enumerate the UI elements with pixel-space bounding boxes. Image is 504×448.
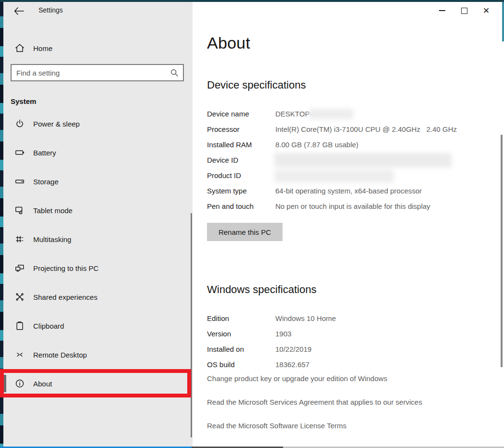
spec-label: Installed RAM	[207, 141, 252, 149]
spec-label: Product ID	[207, 171, 241, 179]
info-icon	[14, 378, 25, 389]
sidebar-item-clipboard[interactable]: Clipboard	[3, 315, 193, 336]
battery-icon	[14, 147, 25, 158]
window-top-border	[0, 0, 504, 2]
rename-pc-button[interactable]: Rename this PC	[207, 223, 283, 241]
search-icon[interactable]	[170, 68, 179, 77]
spec-label: Version	[207, 330, 231, 338]
redacted-device-name	[309, 109, 353, 119]
window-title: Settings	[39, 6, 63, 14]
sidebar-item-power-sleep[interactable]: Power & sleep	[3, 113, 193, 134]
storage-icon	[14, 176, 25, 187]
sidebar-item-label: Battery	[33, 149, 56, 157]
spec-row-processor: Processor Intel(R) Core(TM) i3-7100U CPU…	[207, 125, 496, 137]
sidebar-item-label: Shared experiences	[33, 293, 97, 301]
spec-label: System type	[207, 187, 247, 195]
shared-experiences-icon	[14, 292, 25, 302]
windows-specs-heading: Windows specifications	[207, 283, 316, 296]
spec-label: Device name	[207, 110, 249, 118]
search-box	[11, 64, 184, 81]
main-content: About Device specifications Device name …	[193, 2, 504, 447]
spec-label: Installed on	[207, 345, 244, 353]
sidebar-item-label: Projecting to this PC	[33, 264, 99, 272]
back-arrow-icon	[12, 5, 26, 17]
sidebar-item-label: Tablet mode	[33, 206, 73, 215]
spec-row-pen-touch: Pen and touch No pen or touch input is a…	[207, 202, 496, 214]
sidebar-item-label: About	[33, 380, 52, 388]
link-change-product-key[interactable]: Change product key or upgrade your editi…	[207, 374, 496, 383]
remote-desktop-icon	[14, 349, 25, 360]
spec-value: Windows 10 Home	[275, 314, 336, 322]
spec-value: 8.00 GB (7.87 GB usable)	[275, 141, 359, 149]
spec-value: 18362.657	[275, 360, 310, 369]
sidebar-item-about[interactable]: About	[3, 373, 193, 394]
spec-label: OS build	[207, 360, 235, 369]
spec-row-installed-ram: Installed RAM 8.00 GB (7.87 GB usable)	[207, 141, 496, 152]
power-icon	[14, 118, 25, 129]
sidebar-item-label: Clipboard	[33, 322, 64, 330]
spec-label: Device ID	[207, 156, 238, 164]
tablet-mode-icon	[14, 205, 25, 216]
sidebar-item-shared-experiences[interactable]: Shared experiences	[3, 286, 193, 307]
spec-row-os-build: OS build 18362.657	[207, 360, 496, 372]
projecting-icon	[14, 263, 25, 273]
minimize-icon	[439, 10, 445, 11]
minimize-button[interactable]	[431, 4, 453, 17]
maximize-button[interactable]	[453, 4, 475, 17]
close-icon: ✕	[483, 7, 490, 15]
sidebar-item-label: Home	[33, 44, 52, 52]
sidebar-item-multitasking[interactable]: Multitasking	[3, 229, 193, 250]
back-button[interactable]	[12, 5, 26, 17]
sidebar-item-label: Storage	[33, 178, 59, 186]
sidebar-item-home[interactable]: Home	[3, 38, 193, 59]
maximize-icon	[461, 8, 467, 14]
spec-row-system-type: System type 64-bit operating system, x64…	[207, 187, 496, 198]
spec-value: 10/22/2019	[275, 345, 311, 353]
sidebar-item-battery[interactable]: Battery	[3, 142, 193, 163]
multitasking-icon	[14, 234, 25, 244]
spec-value: Intel(R) Core(TM) i3-7100U CPU @ 2.40GHz…	[275, 125, 457, 133]
main-scrollbar[interactable]	[501, 135, 503, 367]
redacted-product-id	[274, 169, 394, 183]
desktop-edge-strip	[0, 0, 3, 448]
search-input[interactable]	[12, 69, 170, 77]
selected-indicator	[3, 375, 6, 392]
link-services-agreement[interactable]: Read the Microsoft Services Agreement th…	[207, 398, 496, 406]
sidebar-item-projecting[interactable]: Projecting to this PC	[3, 257, 193, 279]
sidebar-item-label: Remote Desktop	[33, 351, 87, 359]
clipboard-icon	[14, 320, 25, 331]
spec-row-version: Version 1903	[207, 330, 496, 341]
sidebar-item-storage[interactable]: Storage	[3, 171, 193, 192]
sidebar: Home System Power & sleep Battery	[3, 2, 193, 447]
sidebar-item-tablet-mode[interactable]: Tablet mode	[3, 200, 193, 221]
spec-value: No pen or touch input is available for t…	[275, 202, 430, 210]
spec-label: Edition	[207, 314, 229, 322]
desktop-edge-right	[502, 0, 504, 41]
spec-row-installed-on: Installed on 10/22/2019	[207, 345, 496, 357]
sidebar-section-system: System	[11, 97, 36, 105]
close-button[interactable]: ✕	[475, 4, 497, 17]
spec-value: DESKTOP-	[275, 110, 312, 118]
spec-label: Pen and touch	[207, 202, 254, 210]
sidebar-item-remote-desktop[interactable]: Remote Desktop	[3, 344, 193, 365]
sidebar-item-label: Power & sleep	[33, 120, 80, 128]
spec-row-device-id: Device ID	[207, 156, 496, 167]
window-controls: ✕	[431, 4, 497, 17]
spec-row-edition: Edition Windows 10 Home	[207, 314, 496, 326]
spec-value: 64-bit operating system, x64-based proce…	[275, 187, 422, 195]
device-specs-heading: Device specifications	[207, 79, 306, 91]
spec-row-product-id: Product ID	[207, 171, 496, 183]
sidebar-item-label: Multitasking	[33, 235, 71, 243]
link-license-terms[interactable]: Read the Microsoft Software License Term…	[207, 422, 496, 430]
settings-window: Settings ✕ Home System	[0, 0, 504, 448]
page-title: About	[207, 34, 250, 52]
spec-row-device-name: Device name DESKTOP-	[207, 110, 496, 121]
sidebar-scrollbar[interactable]	[191, 213, 192, 437]
spec-value: 1903	[275, 330, 291, 338]
redacted-device-id	[274, 153, 452, 167]
spec-label: Processor	[207, 125, 240, 133]
home-icon	[14, 43, 25, 53]
